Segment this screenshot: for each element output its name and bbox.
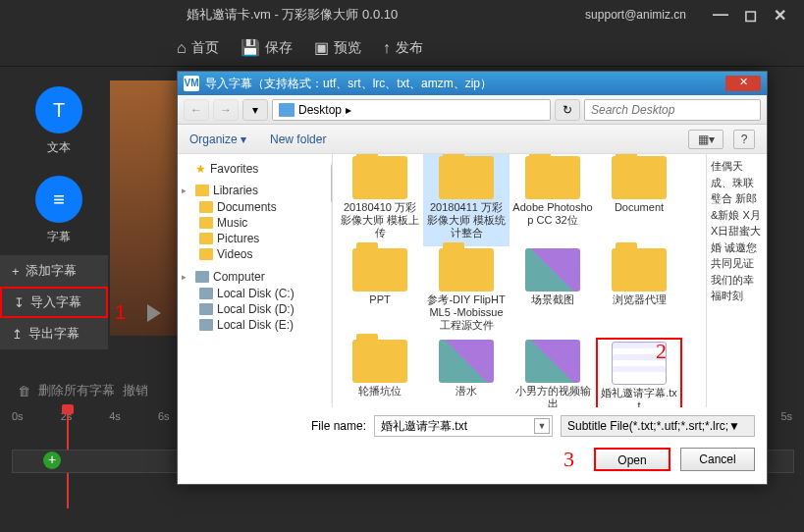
tree-documents[interactable]: Documents (182, 199, 324, 215)
file-item[interactable]: Document (596, 154, 682, 246)
tree-drive-e[interactable]: Local Disk (E:) (182, 317, 324, 333)
folder-icon (612, 156, 667, 199)
canvas-preview (110, 80, 177, 336)
file-grid-wrap: 20180410 万彩影像大师 模板上传20180411 万彩影像大师 模板统计… (333, 154, 767, 407)
computer-icon (195, 271, 209, 283)
file-name: Adobe Photoshop CC 32位 (511, 201, 594, 227)
file-name-label: File name: (189, 419, 366, 433)
import-icon: ↧ (14, 295, 25, 310)
folder-icon (439, 156, 494, 199)
delete-all-subtitles[interactable]: 删除所有字幕 (38, 382, 115, 399)
file-name: 轮播坑位 (339, 385, 421, 398)
preview-button[interactable]: ▣预览 (314, 38, 361, 57)
file-type-filter[interactable]: Subtitle File(*.txt;*.utf;*.srt;*.lrc;▼ (561, 415, 755, 437)
chevron-down-icon[interactable]: ▼ (728, 419, 740, 433)
refresh-button[interactable]: ↻ (555, 99, 580, 121)
drive-icon (199, 319, 213, 331)
app-title: 婚礼邀请卡.vm - 万彩影像大师 0.0.10 (187, 6, 398, 24)
file-name: 场景截图 (511, 293, 594, 306)
organize-menu[interactable]: Organize ▾ (189, 133, 246, 146)
file-item[interactable]: 浏览器代理 (596, 246, 682, 339)
export-icon: ↥ (12, 327, 23, 342)
search-input[interactable] (584, 99, 761, 121)
view-mode-button[interactable]: ▦▾ (688, 130, 724, 149)
home-icon: ⌂ (177, 39, 187, 57)
star-icon: ★ (195, 162, 206, 176)
nav-fwd-button[interactable]: → (213, 99, 239, 121)
left-rail: T 文本 ≡ 字幕 +添加字幕 ↧导入字幕 ↥导出字幕 (0, 67, 118, 349)
preview-icon: ▣ (314, 38, 329, 57)
add-subtitle-item[interactable]: +添加字幕 (0, 255, 108, 287)
desktop-icon (279, 103, 295, 117)
pic-icon (439, 340, 494, 383)
main-toolbar: ⌂首页 💾保存 ▣预览 ↑发布 (0, 29, 804, 67)
add-track-button[interactable]: + (43, 452, 61, 469)
file-item[interactable]: 轮播坑位 (337, 338, 423, 407)
pic-icon (525, 248, 580, 292)
export-subtitle-item[interactable]: ↥导出字幕 (0, 318, 108, 349)
file-name: 参考-DIY FlipHTML5 -Mobissue 工程源文件 (425, 293, 508, 333)
subtitle-submenu: +添加字幕 ↧导入字幕 ↥导出字幕 (0, 255, 108, 349)
file-name-input[interactable]: 婚礼邀请字幕.txt▼ (374, 415, 553, 437)
text-tool-button[interactable]: T (35, 86, 82, 133)
tree-favorites[interactable]: ★Favorites (182, 162, 324, 176)
file-item[interactable]: 小男方的视频输出 (509, 338, 596, 407)
tree-pictures[interactable]: Pictures (182, 231, 324, 246)
dialog-close-button[interactable]: ✕ (725, 76, 761, 91)
app-badge-icon: VM (184, 76, 199, 91)
save-button[interactable]: 💾保存 (241, 38, 293, 57)
dialog-nav: ← → ▾ Desktop ▸ ↻ (178, 95, 767, 125)
chevron-right-icon: ▸ (346, 103, 351, 117)
drive-icon (199, 288, 213, 299)
subtitle-tool-button[interactable]: ≡ (35, 176, 82, 223)
file-item[interactable]: PPT (337, 246, 423, 339)
path-breadcrumb[interactable]: Desktop ▸ (272, 99, 551, 121)
library-icon (195, 185, 209, 196)
text-tool-label: 文本 (0, 139, 118, 156)
file-item[interactable]: 参考-DIY FlipHTML5 -Mobissue 工程源文件 (423, 246, 509, 339)
annotation-3: 3 (563, 447, 574, 471)
pic-icon (525, 340, 580, 383)
file-item[interactable]: 场景截图 (509, 246, 596, 339)
tree-music[interactable]: Music (182, 215, 324, 231)
publish-icon: ↑ (383, 39, 391, 57)
open-button[interactable]: Open (594, 448, 670, 471)
file-name: 20180411 万彩影像大师 模板统计整合 (425, 201, 508, 240)
file-name: 浏览器代理 (598, 293, 680, 306)
new-folder-button[interactable]: New folder (270, 133, 326, 146)
folder-icon (525, 156, 580, 199)
file-name: 潜水 (425, 385, 508, 398)
help-button[interactable]: ? (733, 130, 755, 149)
tree-computer[interactable]: ▸Computer (182, 270, 324, 284)
trash-icon[interactable]: 🗑 (18, 384, 30, 399)
chevron-down-icon[interactable]: ▼ (534, 418, 550, 434)
subtitle-tool-label: 字幕 (0, 229, 118, 245)
tree-videos[interactable]: Videos (182, 246, 324, 262)
maximize-icon[interactable]: ◻ (735, 6, 765, 25)
publish-button[interactable]: ↑发布 (383, 39, 423, 57)
support-link[interactable]: support@animiz.cn (585, 8, 686, 22)
drive-icon (199, 303, 213, 315)
home-button[interactable]: ⌂首页 (177, 39, 219, 57)
file-grid[interactable]: 20180410 万彩影像大师 模板上传20180411 万彩影像大师 模板统计… (333, 154, 706, 407)
import-subtitle-item[interactable]: ↧导入字幕 (0, 287, 108, 318)
file-name: PPT (339, 293, 421, 306)
file-item[interactable]: 20180411 万彩影像大师 模板统计整合 (423, 154, 509, 246)
file-name: 小男方的视频输出 (511, 385, 594, 407)
play-icon[interactable] (147, 304, 161, 322)
cancel-button[interactable]: Cancel (680, 448, 755, 471)
close-icon[interactable]: ✕ (765, 6, 794, 25)
nav-back-button[interactable]: ← (184, 99, 209, 121)
undo-button[interactable]: 撤销 (123, 382, 148, 399)
tree-drive-d[interactable]: Local Disk (D:) (182, 301, 324, 317)
file-item[interactable]: 潜水 (423, 338, 509, 407)
file-item[interactable]: Adobe Photoshop CC 32位 (509, 154, 596, 246)
file-item[interactable]: 20180410 万彩影像大师 模板上传 (337, 154, 423, 246)
tree-libraries[interactable]: ▸Libraries (182, 184, 324, 197)
annotation-1: 1 (115, 301, 126, 324)
minimize-icon[interactable]: — (706, 6, 735, 24)
folder-icon (612, 248, 667, 292)
nav-up-button[interactable]: ▾ (242, 99, 268, 121)
tree-drive-c[interactable]: Local Disk (C:) (182, 286, 324, 301)
file-item[interactable]: 婚礼邀请字幕.txt (596, 338, 682, 407)
